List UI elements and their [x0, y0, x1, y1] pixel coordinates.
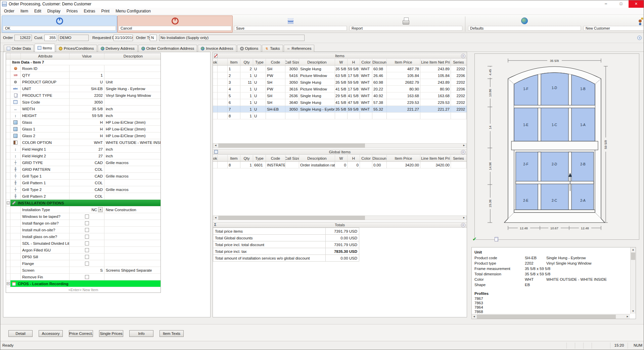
attribute-section-cpos-location-recording[interactable]: +CPOS - Location Recording: [6, 280, 160, 287]
maximize-button[interactable]: [613, 0, 629, 8]
attr-row-product-type[interactable]: PRODUCT TYPE2202Vinyl Single Hung Window: [6, 92, 160, 99]
attribute-value[interactable]: [70, 227, 104, 233]
items-row[interactable]: 41UPW3616Picture Window41 5/817 5/8WHT20…: [213, 86, 467, 92]
tab-invoice-address[interactable]: Invoice Address: [198, 45, 236, 52]
menu-order[interactable]: Order: [1, 8, 17, 14]
customer-name-field[interactable]: DEMO: [58, 35, 89, 41]
attribute-value[interactable]: [70, 233, 104, 240]
attribute-value[interactable]: [70, 65, 104, 72]
minimize-button[interactable]: [598, 0, 613, 8]
scroll-thumb[interactable]: [477, 315, 616, 319]
attribute-value[interactable]: 1: [70, 72, 104, 78]
attr-row-product-group[interactable]: PRODUCT GROUPUUnit: [6, 79, 160, 85]
attr-row-installation-type[interactable]: Installation TypeNCNew Construction: [6, 206, 160, 213]
attr-row-height[interactable]: ↕HEIGHT59 5/8inch: [6, 112, 160, 119]
attr-row-install-glass-on-site[interactable]: Install glass on-site?: [6, 233, 160, 240]
toolbar-ok-button[interactable]: OK: [2, 15, 117, 33]
scroll-up-icon[interactable]: [631, 247, 636, 252]
attr-row-install-flange-on-site[interactable]: Install flange on-site?: [6, 220, 160, 227]
item-texts-button[interactable]: Item Texts: [159, 330, 184, 337]
attr-row-field-height-2[interactable]: ↕Field Height 227inch: [6, 153, 160, 159]
attribute-value[interactable]: CAD: [70, 186, 104, 193]
attribute-value[interactable]: S: [70, 267, 104, 273]
items-row[interactable]: 311USH3050Single Hung35 5/859 5/8WHT60.9…: [213, 79, 467, 86]
menu-print[interactable]: Print: [98, 8, 112, 14]
toolbar-defaults-button[interactable]: Defaults: [467, 15, 582, 33]
toolbar-save-button[interactable]: Save: [233, 15, 348, 33]
items-row[interactable]: 71USH-EB3050Single Hung - Eyebro35 5/859…: [213, 106, 467, 113]
attr-row-field-height-1[interactable]: ↕Field Height 127inch: [6, 146, 160, 153]
customer-number-field[interactable]: 355: [44, 35, 57, 41]
attr-row-room-id[interactable]: Room ID: [6, 65, 160, 72]
collapse-totals-icon[interactable]: [461, 223, 465, 227]
attribute-section-installation-options[interactable]: -INSTALLATION OPTIONS: [6, 200, 160, 206]
attribute-value[interactable]: 27: [70, 153, 104, 159]
tab-options[interactable]: Options: [237, 45, 262, 52]
scroll-left-icon[interactable]: [472, 315, 476, 319]
attr-row-grid-pattern[interactable]: ╫GRID PATTERNCOL: [6, 166, 160, 173]
items-row[interactable]: 51USH2636Single Hung29 5/841 5/8WHT40.92…: [213, 92, 467, 99]
attribute-value[interactable]: 59 5/8: [70, 112, 104, 119]
attribute-value[interactable]: [70, 260, 104, 267]
attr-row-screen[interactable]: ScreenSScreens Shipped Separate: [6, 267, 160, 274]
attr-row-dp50-sill[interactable]: DP50 Sill: [6, 254, 160, 260]
attr-row-color-option[interactable]: COLOR OPTIONWHTWHITE OUTSIDE - WHITE INS…: [6, 139, 160, 146]
unit-vscrollbar[interactable]: [630, 247, 636, 314]
accessory-button[interactable]: Accessory: [39, 330, 63, 337]
attribute-value[interactable]: SH-EB: [70, 85, 104, 92]
attribute-value[interactable]: COL: [70, 166, 104, 172]
attribute-value[interactable]: [70, 254, 104, 260]
tab-items[interactable]: Items: [35, 44, 55, 52]
tab-references[interactable]: ∞References: [284, 45, 315, 52]
items-row[interactable]: 12USH3050Single Hung35 5/859 5/8WHT60.98…: [213, 66, 467, 72]
dropdown-arrow-icon[interactable]: [98, 207, 103, 212]
single-prices-button[interactable]: Single Prices: [99, 330, 123, 337]
attribute-value[interactable]: U: [70, 79, 104, 85]
collapse-items-icon[interactable]: [461, 54, 465, 58]
order-type-field[interactable]: N: [150, 35, 157, 41]
attr-row-width[interactable]: ↔WIDTH35 5/8inch: [6, 106, 160, 112]
global-items-row[interactable]: 816601INSTRATESOrder installation rat000…: [213, 162, 467, 168]
checkbox[interactable]: [85, 235, 89, 239]
tab-order-confirmation-address[interactable]: Order Confirmation Address: [138, 45, 197, 52]
tab-order-data[interactable]: Order Data: [4, 45, 34, 52]
attr-row-grill-pattern-2[interactable]: ╫Grill Pattern 2COL: [6, 193, 160, 200]
attribute-value[interactable]: NC: [70, 206, 104, 213]
attr-row-grill-type-2[interactable]: ┼Grill Type 2CADGrille macros: [6, 186, 160, 193]
attr-row-glass[interactable]: GlassHHP Low-E/Clear (3mm): [6, 119, 160, 126]
expand-box-icon[interactable]: +: [7, 282, 10, 285]
toolbar-new-customer-button[interactable]: New Customer: [582, 15, 644, 33]
scroll-down-icon[interactable]: [631, 309, 636, 314]
attribute-value[interactable]: 2202: [70, 92, 104, 99]
order-number-field[interactable]: 12622: [14, 35, 32, 41]
close-button[interactable]: [629, 0, 644, 8]
menu-edit[interactable]: Edit: [31, 8, 44, 14]
attribute-value[interactable]: [70, 220, 104, 226]
toolbar-report-button[interactable]: Report: [348, 15, 464, 33]
unit-hscrollbar[interactable]: [472, 314, 630, 319]
menu-display[interactable]: Display: [44, 8, 63, 14]
drawing-document-icon[interactable]: [495, 237, 498, 241]
checkbox[interactable]: [85, 248, 89, 252]
price-correct-button[interactable]: Price Correct.: [69, 330, 93, 337]
attr-row-grid-type[interactable]: ┼GRID TYPECADGrille macros: [6, 159, 160, 166]
attribute-value[interactable]: 27: [70, 146, 104, 152]
attribute-value[interactable]: COL: [70, 193, 104, 199]
info-button[interactable]: Info: [129, 330, 153, 337]
scroll-right-icon[interactable]: [462, 216, 466, 220]
menu-menu-configuration[interactable]: Menu Configuration: [112, 8, 154, 14]
menu-extras[interactable]: Extras: [81, 8, 98, 14]
attribute-value[interactable]: [70, 240, 104, 246]
attribute-value[interactable]: H: [70, 126, 104, 132]
scroll-left-icon[interactable]: [213, 216, 218, 220]
checkbox[interactable]: [85, 255, 89, 259]
attr-row-qty[interactable]: 123QTY1: [6, 72, 160, 79]
attr-row-size-code[interactable]: Size Code3050: [6, 99, 160, 106]
scroll-thumb[interactable]: [218, 216, 365, 220]
scroll-thumb[interactable]: [631, 252, 635, 260]
items-row[interactable]: 81U: [213, 113, 467, 119]
attribute-value[interactable]: WHT: [70, 139, 104, 146]
attribute-value[interactable]: [70, 274, 104, 280]
header-collapse-icon[interactable]: [637, 36, 642, 40]
menu-item[interactable]: Item: [17, 8, 31, 14]
